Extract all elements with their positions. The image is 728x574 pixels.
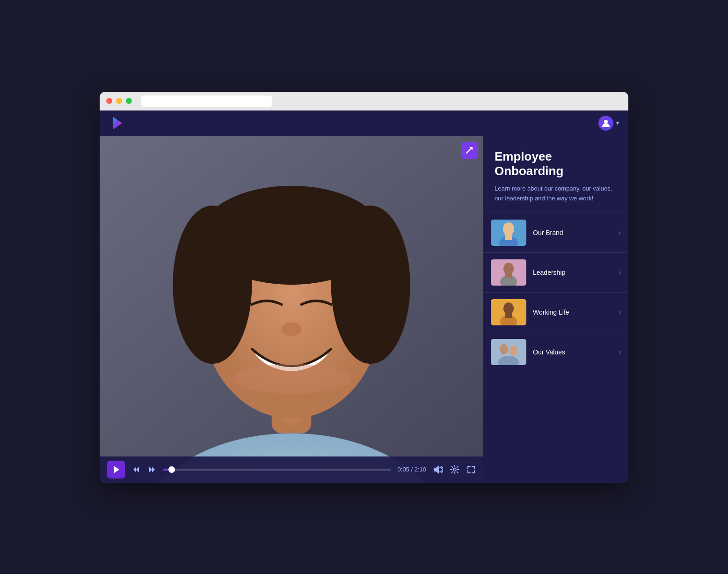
- settings-button[interactable]: [450, 464, 460, 475]
- main-content: 0:05 / 2:10: [100, 136, 628, 483]
- time-display: 0:05 / 2:10: [398, 466, 426, 473]
- play-icon: [114, 466, 119, 473]
- user-avatar-area[interactable]: ▾: [598, 116, 619, 131]
- video-player: [100, 136, 483, 483]
- module-label-our-values: Our Values: [533, 348, 615, 356]
- chevron-right-icon-values: ›: [619, 348, 621, 356]
- thumb-brand-image: [491, 220, 526, 246]
- traffic-light-minimize[interactable]: [116, 98, 122, 104]
- app-topbar: ▾: [100, 110, 628, 136]
- module-label-our-brand: Our Brand: [533, 229, 615, 236]
- chevron-right-icon-working: ›: [619, 308, 621, 316]
- avatar: [598, 116, 613, 131]
- chevron-right-icon-leadership: ›: [619, 268, 621, 277]
- svg-rect-19: [505, 270, 512, 278]
- svg-point-26: [509, 346, 517, 356]
- progress-bar[interactable]: [163, 469, 391, 471]
- svg-point-10: [232, 364, 351, 393]
- forward-button[interactable]: [147, 465, 157, 474]
- module-thumb-our-values: [491, 339, 526, 365]
- module-thumb-working-life: [491, 299, 526, 325]
- module-label-leadership: Leadership: [533, 269, 615, 276]
- progress-fill: [163, 469, 172, 471]
- svg-point-1: [604, 120, 608, 124]
- module-item-leadership[interactable]: Leadership ›: [483, 252, 628, 292]
- thumb-values-image: [491, 339, 526, 365]
- svg-point-9: [282, 322, 301, 336]
- browser-titlebar: [100, 92, 628, 110]
- svg-rect-23: [505, 309, 512, 318]
- play-button[interactable]: [107, 461, 125, 478]
- video-controls: 0:05 / 2:10: [100, 456, 483, 483]
- thumb-working-image: [491, 299, 526, 325]
- sidebar: Employee Onboarding Learn more about our…: [483, 136, 628, 483]
- svg-point-8: [331, 206, 410, 364]
- fullscreen-button[interactable]: [466, 465, 476, 474]
- chevron-right-icon-brand: ›: [619, 228, 621, 237]
- traffic-light-close[interactable]: [106, 98, 112, 104]
- svg-rect-15: [505, 231, 512, 240]
- browser-window: ▾: [100, 92, 628, 483]
- module-item-working-life[interactable]: Working Life ›: [483, 292, 628, 332]
- app-logo: [109, 115, 126, 132]
- progress-thumb: [168, 466, 175, 473]
- svg-point-25: [500, 344, 508, 354]
- module-thumb-our-brand: [491, 220, 526, 246]
- url-bar[interactable]: [141, 96, 272, 107]
- rewind-button[interactable]: [131, 465, 141, 474]
- module-list: Our Brand ›: [483, 213, 628, 482]
- course-description: Learn more about our company, our values…: [495, 184, 617, 204]
- module-label-working-life: Working Life: [533, 309, 615, 316]
- svg-point-7: [173, 206, 252, 364]
- svg-marker-0: [113, 117, 122, 130]
- expand-button[interactable]: [461, 142, 478, 159]
- course-title: Employee Onboarding: [495, 149, 617, 178]
- sidebar-header: Employee Onboarding Learn more about our…: [483, 136, 628, 213]
- module-thumb-leadership: [491, 259, 526, 286]
- volume-button[interactable]: [433, 464, 443, 475]
- video-section: 0:05 / 2:10: [100, 136, 483, 483]
- module-item-our-values[interactable]: Our Values ›: [483, 332, 628, 372]
- thumb-leadership-image: [491, 259, 526, 286]
- module-item-our-brand[interactable]: Our Brand ›: [483, 213, 628, 252]
- chevron-down-icon: ▾: [616, 120, 619, 126]
- svg-point-11: [453, 468, 456, 471]
- video-content: [100, 136, 483, 483]
- traffic-light-maximize[interactable]: [126, 98, 132, 104]
